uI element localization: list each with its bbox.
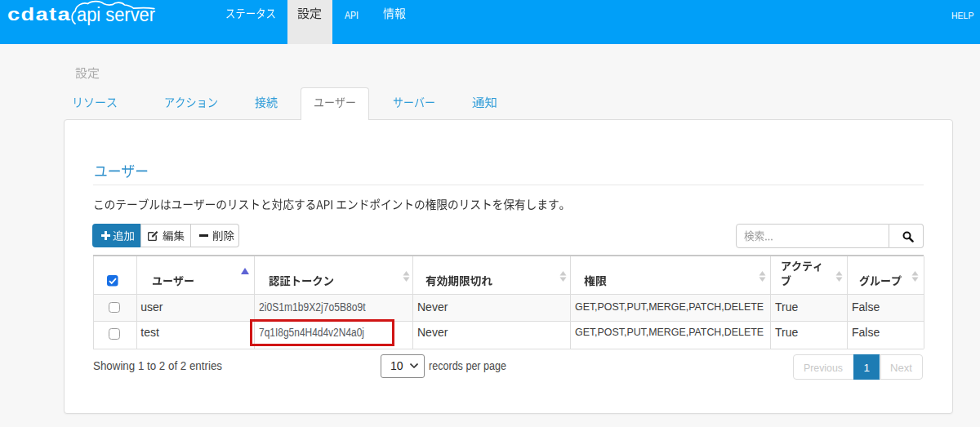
- svg-text:API: API: [345, 10, 359, 21]
- svg-text:Next: Next: [890, 362, 912, 374]
- svg-text:records per page: records per page: [429, 359, 506, 372]
- svg-text:Previous: Previous: [804, 362, 843, 374]
- svg-text:api server: api server: [77, 4, 155, 25]
- svg-text:GET,POST,PUT,MERGE,PATCH,DELET: GET,POST,PUT,MERGE,PATCH,DELETE: [575, 300, 764, 313]
- svg-text:HELP: HELP: [951, 11, 974, 20]
- svg-text:Showing 1 to 2 of 2 entries: Showing 1 to 2 of 2 entries: [93, 359, 222, 372]
- svg-text:2i0S1m1b9X2j7o5B8o9t: 2i0S1m1b9X2j7o5B8o9t: [259, 300, 366, 314]
- svg-text:GET,POST,PUT,MERGE,PATCH,DELET: GET,POST,PUT,MERGE,PATCH,DELETE: [575, 327, 764, 339]
